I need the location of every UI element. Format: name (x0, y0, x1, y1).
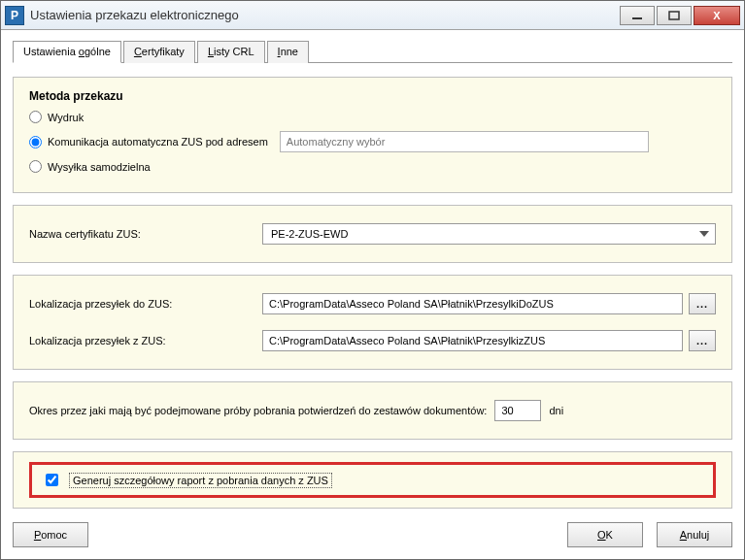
help-button[interactable]: Pomoc (13, 522, 88, 547)
report-panel: Generuj szczegółowy raport z pobrania da… (13, 451, 732, 509)
path-to-label: Lokalizacja przesyłek do ZUS: (29, 298, 262, 310)
report-highlight: Generuj szczegółowy raport z pobrania da… (29, 462, 716, 498)
path-to-input[interactable]: C:\ProgramData\Asseco Poland SA\Płatnik\… (262, 293, 683, 314)
svg-rect-0 (632, 17, 642, 19)
path-from-input[interactable]: C:\ProgramData\Asseco Poland SA\Płatnik\… (262, 330, 683, 351)
browse-from-button[interactable]: ... (689, 330, 716, 351)
cancel-button[interactable]: Anuluj (657, 522, 732, 547)
dialog-window: P Ustawienia przekazu elektronicznego X … (0, 0, 745, 560)
radio-self-label: Wysyłka samodzielna (48, 161, 151, 173)
cert-select[interactable]: PE-2-ZUS-EWD (262, 223, 716, 245)
ellipsis-icon: ... (696, 335, 708, 346)
ok-button[interactable]: OK (567, 522, 643, 547)
period-days-input[interactable] (494, 400, 541, 421)
ok-button-label: OK (597, 529, 613, 541)
browse-to-button[interactable]: ... (689, 293, 716, 314)
tab-other[interactable]: Inne (267, 41, 309, 63)
path-from-label: Lokalizacja przesyłek z ZUS: (29, 335, 262, 346)
maximize-button[interactable] (657, 6, 692, 25)
svg-rect-1 (669, 12, 679, 19)
cancel-button-label: Anuluj (680, 529, 710, 541)
auto-address-input[interactable] (280, 131, 649, 152)
tab-general-label: Ustawienia ogólne (23, 46, 111, 57)
radio-auto[interactable] (29, 136, 42, 148)
period-label: Okres przez jaki mają być podejmowane pr… (29, 405, 487, 416)
tab-crl-label: Listy CRL (208, 46, 254, 57)
paths-panel: Lokalizacja przesyłek do ZUS: C:\Program… (13, 275, 732, 370)
tab-strip: Ustawienia ogólne Certyfikaty Listy CRL … (13, 40, 732, 63)
button-bar: Pomoc OK Anuluj (13, 522, 732, 547)
help-button-label: Pomoc (34, 529, 67, 541)
radio-self[interactable] (29, 160, 42, 173)
report-label: Generuj szczegółowy raport z pobrania da… (69, 473, 332, 488)
path-to-value: C:\ProgramData\Asseco Poland SA\Płatnik\… (269, 298, 554, 310)
minimize-button[interactable] (620, 6, 655, 25)
minimize-icon (631, 11, 643, 20)
tab-certificates[interactable]: Certyfikaty (123, 41, 195, 63)
radio-auto-label: Komunikacja automatyczna ZUS pod adresem (48, 136, 268, 148)
window-buttons: X (620, 6, 740, 25)
client-area: Ustawienia ogólne Certyfikaty Listy CRL … (1, 30, 744, 532)
method-title: Metoda przekazu (29, 89, 716, 103)
tab-certificates-label: Certyfikaty (134, 46, 185, 57)
close-button[interactable]: X (694, 6, 740, 25)
period-panel: Okres przez jaki mają być podejmowane pr… (13, 381, 732, 440)
chevron-down-icon (699, 231, 709, 237)
radio-print-label: Wydruk (48, 112, 84, 123)
cert-panel: Nazwa certyfikatu ZUS: PE-2-ZUS-EWD (13, 205, 732, 263)
maximize-icon (668, 11, 680, 20)
tab-other-label: Inne (278, 46, 298, 57)
tab-crl[interactable]: Listy CRL (197, 41, 265, 63)
titlebar: P Ustawienia przekazu elektronicznego X (1, 1, 744, 30)
cert-select-value: PE-2-ZUS-EWD (271, 228, 348, 240)
close-icon: X (713, 10, 720, 21)
app-icon: P (5, 6, 24, 25)
window-title: Ustawienia przekazu elektronicznego (30, 8, 620, 22)
cert-label: Nazwa certyfikatu ZUS: (29, 228, 262, 240)
ellipsis-icon: ... (696, 298, 708, 310)
method-panel: Metoda przekazu Wydruk Komunikacja autom… (13, 77, 732, 193)
tab-general[interactable]: Ustawienia ogólne (13, 41, 121, 63)
path-from-value: C:\ProgramData\Asseco Poland SA\Płatnik\… (269, 335, 545, 346)
radio-print[interactable] (29, 111, 42, 123)
period-unit: dni (549, 405, 563, 416)
report-checkbox[interactable] (46, 474, 58, 486)
